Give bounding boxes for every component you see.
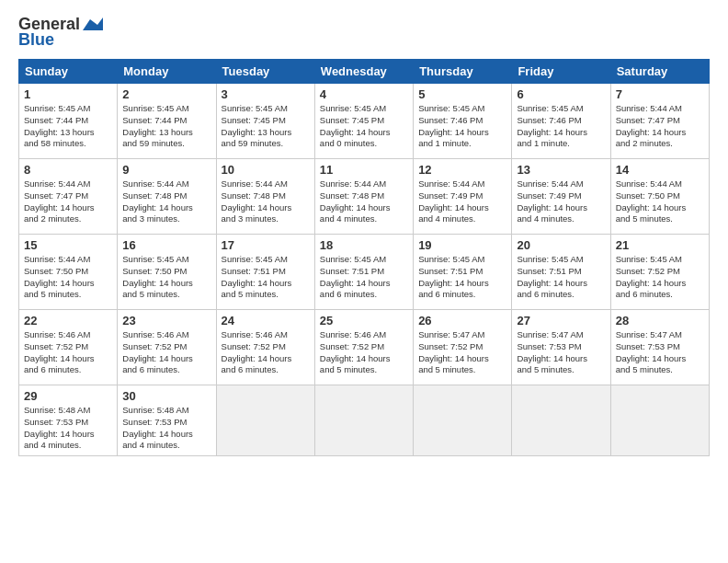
week-row-4: 22Sunrise: 5:46 AMSunset: 7:52 PMDayligh…	[19, 310, 710, 385]
calendar-header-row: SundayMondayTuesdayWednesdayThursdayFrid…	[19, 60, 710, 84]
cell-info: Sunrise: 5:45 AMSunset: 7:51 PMDaylight:…	[418, 254, 506, 301]
day-header-thursday: Thursday	[414, 60, 512, 84]
day-number: 5	[418, 87, 506, 101]
day-number: 26	[418, 314, 506, 327]
cell-info: Sunrise: 5:45 AMSunset: 7:45 PMDaylight:…	[320, 103, 408, 150]
cell-info: Sunrise: 5:45 AMSunset: 7:44 PMDaylight:…	[122, 103, 210, 150]
week-row-1: 1Sunrise: 5:45 AMSunset: 7:44 PMDaylight…	[19, 84, 710, 159]
day-number: 11	[320, 163, 408, 177]
page: General Blue SundayMondayTuesdayWednesda…	[0, 0, 728, 563]
day-number: 22	[24, 314, 112, 327]
day-number: 3	[222, 87, 310, 101]
day-number: 21	[616, 238, 704, 252]
day-number: 16	[122, 238, 210, 252]
calendar-cell: 2Sunrise: 5:45 AMSunset: 7:44 PMDaylight…	[118, 84, 216, 159]
day-header-tuesday: Tuesday	[216, 60, 314, 84]
cell-info: Sunrise: 5:45 AMSunset: 7:51 PMDaylight:…	[517, 254, 605, 301]
cell-info: Sunrise: 5:45 AMSunset: 7:46 PMDaylight:…	[517, 103, 605, 150]
calendar-cell	[314, 385, 413, 456]
day-number: 25	[320, 314, 408, 327]
day-number: 13	[517, 163, 605, 177]
cell-info: Sunrise: 5:44 AMSunset: 7:49 PMDaylight:…	[517, 178, 605, 225]
calendar-cell	[414, 385, 512, 456]
day-number: 27	[517, 314, 605, 327]
day-header-wednesday: Wednesday	[314, 60, 413, 84]
calendar-body: 1Sunrise: 5:45 AMSunset: 7:44 PMDaylight…	[19, 84, 710, 456]
calendar-cell: 8Sunrise: 5:44 AMSunset: 7:47 PMDaylight…	[19, 159, 118, 235]
calendar-cell: 1Sunrise: 5:45 AMSunset: 7:44 PMDaylight…	[19, 84, 118, 159]
day-number: 6	[517, 87, 605, 101]
day-header-friday: Friday	[512, 60, 610, 84]
cell-info: Sunrise: 5:45 AMSunset: 7:51 PMDaylight:…	[222, 254, 310, 301]
calendar-cell	[610, 385, 709, 456]
day-number: 1	[24, 87, 112, 101]
cell-info: Sunrise: 5:46 AMSunset: 7:52 PMDaylight:…	[320, 329, 408, 376]
cell-info: Sunrise: 5:45 AMSunset: 7:52 PMDaylight:…	[616, 254, 704, 301]
day-number: 23	[122, 314, 210, 327]
cell-info: Sunrise: 5:45 AMSunset: 7:50 PMDaylight:…	[122, 254, 210, 301]
day-number: 30	[122, 389, 210, 403]
logo-blue-text: Blue	[18, 30, 54, 50]
day-number: 19	[418, 238, 506, 252]
calendar-cell: 23Sunrise: 5:46 AMSunset: 7:52 PMDayligh…	[118, 310, 216, 385]
cell-info: Sunrise: 5:45 AMSunset: 7:45 PMDaylight:…	[222, 103, 310, 150]
cell-info: Sunrise: 5:45 AMSunset: 7:46 PMDaylight:…	[418, 103, 506, 150]
cell-info: Sunrise: 5:47 AMSunset: 7:53 PMDaylight:…	[616, 329, 704, 376]
day-number: 20	[517, 238, 605, 252]
day-header-sunday: Sunday	[19, 60, 118, 84]
cell-info: Sunrise: 5:44 AMSunset: 7:48 PMDaylight:…	[222, 178, 310, 225]
cell-info: Sunrise: 5:44 AMSunset: 7:49 PMDaylight:…	[418, 178, 506, 225]
calendar-cell: 7Sunrise: 5:44 AMSunset: 7:47 PMDaylight…	[610, 84, 709, 159]
cell-info: Sunrise: 5:45 AMSunset: 7:44 PMDaylight:…	[24, 103, 112, 150]
week-row-2: 8Sunrise: 5:44 AMSunset: 7:47 PMDaylight…	[19, 159, 710, 235]
day-number: 12	[418, 163, 506, 177]
day-number: 7	[616, 87, 704, 101]
calendar-cell: 19Sunrise: 5:45 AMSunset: 7:51 PMDayligh…	[414, 235, 512, 310]
cell-info: Sunrise: 5:45 AMSunset: 7:51 PMDaylight:…	[320, 254, 408, 301]
calendar-cell: 21Sunrise: 5:45 AMSunset: 7:52 PMDayligh…	[610, 235, 709, 310]
calendar-cell: 30Sunrise: 5:48 AMSunset: 7:53 PMDayligh…	[118, 385, 216, 456]
day-number: 4	[320, 87, 408, 101]
calendar-cell: 20Sunrise: 5:45 AMSunset: 7:51 PMDayligh…	[512, 235, 610, 310]
calendar-cell: 27Sunrise: 5:47 AMSunset: 7:53 PMDayligh…	[512, 310, 610, 385]
cell-info: Sunrise: 5:44 AMSunset: 7:50 PMDaylight:…	[616, 178, 704, 225]
calendar-cell: 5Sunrise: 5:45 AMSunset: 7:46 PMDaylight…	[414, 84, 512, 159]
week-row-5: 29Sunrise: 5:48 AMSunset: 7:53 PMDayligh…	[19, 385, 710, 456]
header: General Blue	[18, 15, 710, 50]
day-number: 14	[616, 163, 704, 177]
calendar-cell: 3Sunrise: 5:45 AMSunset: 7:45 PMDaylight…	[216, 84, 314, 159]
calendar-cell: 13Sunrise: 5:44 AMSunset: 7:49 PMDayligh…	[512, 159, 610, 235]
calendar-cell: 25Sunrise: 5:46 AMSunset: 7:52 PMDayligh…	[314, 310, 413, 385]
day-number: 17	[222, 238, 310, 252]
cell-info: Sunrise: 5:48 AMSunset: 7:53 PMDaylight:…	[24, 405, 112, 452]
day-number: 18	[320, 238, 408, 252]
calendar-cell: 18Sunrise: 5:45 AMSunset: 7:51 PMDayligh…	[314, 235, 413, 310]
cell-info: Sunrise: 5:47 AMSunset: 7:52 PMDaylight:…	[418, 329, 506, 376]
calendar-cell: 22Sunrise: 5:46 AMSunset: 7:52 PMDayligh…	[19, 310, 118, 385]
calendar-cell	[216, 385, 314, 456]
cell-info: Sunrise: 5:44 AMSunset: 7:47 PMDaylight:…	[616, 103, 704, 150]
cell-info: Sunrise: 5:44 AMSunset: 7:48 PMDaylight:…	[320, 178, 408, 225]
day-number: 9	[122, 163, 210, 177]
calendar-cell: 6Sunrise: 5:45 AMSunset: 7:46 PMDaylight…	[512, 84, 610, 159]
day-number: 29	[24, 389, 112, 403]
calendar-cell: 9Sunrise: 5:44 AMSunset: 7:48 PMDaylight…	[118, 159, 216, 235]
logo-icon	[83, 17, 103, 32]
cell-info: Sunrise: 5:46 AMSunset: 7:52 PMDaylight:…	[24, 329, 112, 376]
calendar-cell: 17Sunrise: 5:45 AMSunset: 7:51 PMDayligh…	[216, 235, 314, 310]
day-number: 15	[24, 238, 112, 252]
cell-info: Sunrise: 5:48 AMSunset: 7:53 PMDaylight:…	[122, 405, 210, 452]
calendar-cell: 4Sunrise: 5:45 AMSunset: 7:45 PMDaylight…	[314, 84, 413, 159]
svg-marker-0	[83, 17, 103, 30]
calendar-cell: 29Sunrise: 5:48 AMSunset: 7:53 PMDayligh…	[19, 385, 118, 456]
calendar-cell: 28Sunrise: 5:47 AMSunset: 7:53 PMDayligh…	[610, 310, 709, 385]
calendar-cell: 15Sunrise: 5:44 AMSunset: 7:50 PMDayligh…	[19, 235, 118, 310]
day-number: 2	[122, 87, 210, 101]
calendar-cell: 10Sunrise: 5:44 AMSunset: 7:48 PMDayligh…	[216, 159, 314, 235]
day-number: 10	[222, 163, 310, 177]
logo: General Blue	[18, 15, 103, 50]
day-number: 24	[222, 314, 310, 327]
cell-info: Sunrise: 5:44 AMSunset: 7:47 PMDaylight:…	[24, 178, 112, 225]
cell-info: Sunrise: 5:47 AMSunset: 7:53 PMDaylight:…	[517, 329, 605, 376]
calendar-cell: 26Sunrise: 5:47 AMSunset: 7:52 PMDayligh…	[414, 310, 512, 385]
